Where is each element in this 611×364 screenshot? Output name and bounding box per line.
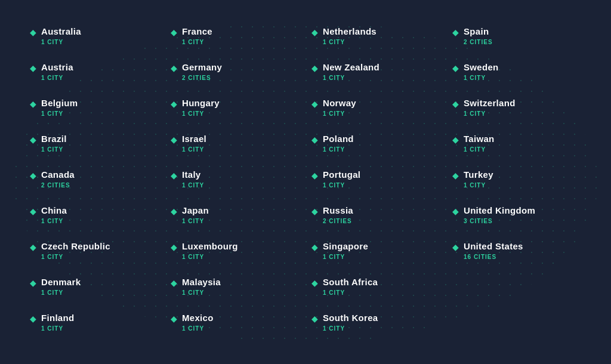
country-name: Israel xyxy=(182,134,206,144)
city-count: 1 CITY xyxy=(464,75,498,81)
countries-grid: ◆ Australia 1 CITY ◆ France 1 CITY ◆ Net… xyxy=(0,0,611,358)
list-item[interactable]: ◆ Malaysia 1 CITY xyxy=(165,269,306,304)
country-name: Spain xyxy=(464,26,493,37)
country-info: Poland 1 CITY xyxy=(323,134,354,153)
list-item[interactable]: ◆ Denmark 1 CITY xyxy=(24,269,165,304)
city-count: 1 CITY xyxy=(464,146,495,153)
list-item[interactable]: ◆ Singapore 1 CITY xyxy=(306,233,446,269)
country-name: China xyxy=(41,205,67,216)
country-info: Japan 1 CITY xyxy=(182,205,209,224)
city-count: 3 CITIES xyxy=(464,218,535,224)
city-count: 1 CITY xyxy=(41,218,67,224)
list-item[interactable]: ◆ Russia 2 CITIES xyxy=(306,197,446,233)
country-name: Turkey xyxy=(464,169,493,180)
pin-icon: ◆ xyxy=(311,63,318,73)
pin-icon: ◆ xyxy=(452,206,459,216)
country-name: Brazil xyxy=(41,134,67,144)
list-item[interactable]: ◆ Portugal 1 CITY xyxy=(306,161,446,197)
country-name: Singapore xyxy=(323,241,368,252)
list-item[interactable]: ◆ Hungary 1 CITY xyxy=(165,90,306,125)
city-count: 1 CITY xyxy=(41,146,67,153)
pin-icon: ◆ xyxy=(171,27,177,37)
city-count: 1 CITY xyxy=(323,182,360,189)
country-name: Netherlands xyxy=(323,26,377,37)
pin-icon: ◆ xyxy=(171,63,177,73)
pin-icon: ◆ xyxy=(30,171,36,180)
country-info: United Kingdom 3 CITIES xyxy=(464,205,535,224)
country-info: Italy 1 CITY xyxy=(182,169,204,189)
country-name: Sweden xyxy=(464,62,498,73)
country-info: Sweden 1 CITY xyxy=(464,62,498,81)
pin-icon: ◆ xyxy=(452,99,459,109)
list-item[interactable]: ◆ New Zealand 1 CITY xyxy=(306,54,446,90)
pin-icon: ◆ xyxy=(452,135,459,144)
country-name: Portugal xyxy=(323,169,360,180)
list-item[interactable]: ◆ Luxembourg 1 CITY xyxy=(165,233,306,269)
pin-icon: ◆ xyxy=(311,99,318,109)
country-name: Poland xyxy=(323,134,354,144)
list-item[interactable]: ◆ Sweden 1 CITY xyxy=(446,54,587,90)
pin-icon: ◆ xyxy=(311,206,318,216)
list-item[interactable]: ◆ Finland 1 CITY xyxy=(24,304,165,340)
list-item[interactable]: ◆ Canada 2 CITIES xyxy=(24,161,165,197)
list-item[interactable]: ◆ Italy 1 CITY xyxy=(165,161,306,197)
list-item[interactable]: ◆ Germany 2 CITIES xyxy=(165,54,306,90)
country-name: Australia xyxy=(41,26,81,37)
list-item[interactable]: ◆ Austria 1 CITY xyxy=(24,54,165,90)
country-info: Finland 1 CITY xyxy=(41,313,74,332)
list-item[interactable]: ◆ Mexico 1 CITY xyxy=(165,304,306,340)
country-info: Singapore 1 CITY xyxy=(323,241,368,260)
country-info: Czech Republic 1 CITY xyxy=(41,241,110,260)
list-item[interactable]: ◆ United States 16 CITIES xyxy=(446,233,587,269)
list-item[interactable]: ◆ Israel 1 CITY xyxy=(165,125,306,161)
pin-icon: ◆ xyxy=(311,135,318,144)
list-item[interactable]: ◆ Czech Republic 1 CITY xyxy=(24,233,165,269)
list-item[interactable]: ◆ Belgium 1 CITY xyxy=(24,90,165,125)
list-item[interactable]: ◆ Brazil 1 CITY xyxy=(24,125,165,161)
country-info: Luxembourg 1 CITY xyxy=(182,241,238,260)
country-info: New Zealand 1 CITY xyxy=(323,62,379,81)
list-item[interactable] xyxy=(446,304,587,340)
country-info: Spain 2 CITIES xyxy=(464,26,493,45)
country-name: Italy xyxy=(182,169,204,180)
list-item[interactable] xyxy=(446,269,587,304)
country-name: New Zealand xyxy=(323,62,379,73)
pin-icon: ◆ xyxy=(311,27,318,37)
list-item[interactable]: ◆ United Kingdom 3 CITIES xyxy=(446,197,587,233)
country-name: Japan xyxy=(182,205,209,216)
list-item[interactable]: ◆ Spain 2 CITIES xyxy=(446,18,587,54)
country-info: Switzerland 1 CITY xyxy=(464,98,516,117)
list-item[interactable]: ◆ Taiwan 1 CITY xyxy=(446,125,587,161)
pin-icon: ◆ xyxy=(311,314,318,323)
pin-icon: ◆ xyxy=(311,171,318,180)
country-info: Austria 1 CITY xyxy=(41,62,73,81)
pin-icon: ◆ xyxy=(171,99,177,109)
city-count: 1 CITY xyxy=(323,110,356,117)
list-item[interactable]: ◆ Turkey 1 CITY xyxy=(446,161,587,197)
list-item[interactable]: ◆ South Korea 1 CITY xyxy=(306,304,446,340)
pin-icon: ◆ xyxy=(30,206,36,216)
pin-icon: ◆ xyxy=(171,135,177,144)
country-name: France xyxy=(182,26,212,37)
country-name: Austria xyxy=(41,62,73,73)
list-item[interactable]: ◆ France 1 CITY xyxy=(165,18,306,54)
country-name: Norway xyxy=(323,98,356,109)
list-item[interactable]: ◆ Norway 1 CITY xyxy=(306,90,446,125)
pin-icon: ◆ xyxy=(171,206,177,216)
city-count: 1 CITY xyxy=(323,146,354,153)
list-item[interactable]: ◆ Netherlands 1 CITY xyxy=(306,18,446,54)
country-name: Finland xyxy=(41,313,74,323)
country-name: South Korea xyxy=(323,313,378,323)
list-item[interactable]: ◆ South Africa 1 CITY xyxy=(306,269,446,304)
city-count: 1 CITY xyxy=(182,289,221,296)
list-item[interactable]: ◆ China 1 CITY xyxy=(24,197,165,233)
city-count: 1 CITY xyxy=(182,254,238,260)
list-item[interactable]: ◆ Australia 1 CITY xyxy=(24,18,165,54)
country-name: Denmark xyxy=(41,277,81,288)
list-item[interactable]: ◆ Poland 1 CITY xyxy=(306,125,446,161)
city-count: 1 CITY xyxy=(41,325,74,332)
list-item[interactable]: ◆ Switzerland 1 CITY xyxy=(446,90,587,125)
country-info: South Korea 1 CITY xyxy=(323,313,378,332)
list-item[interactable]: ◆ Japan 1 CITY xyxy=(165,197,306,233)
country-name: Mexico xyxy=(182,313,214,323)
